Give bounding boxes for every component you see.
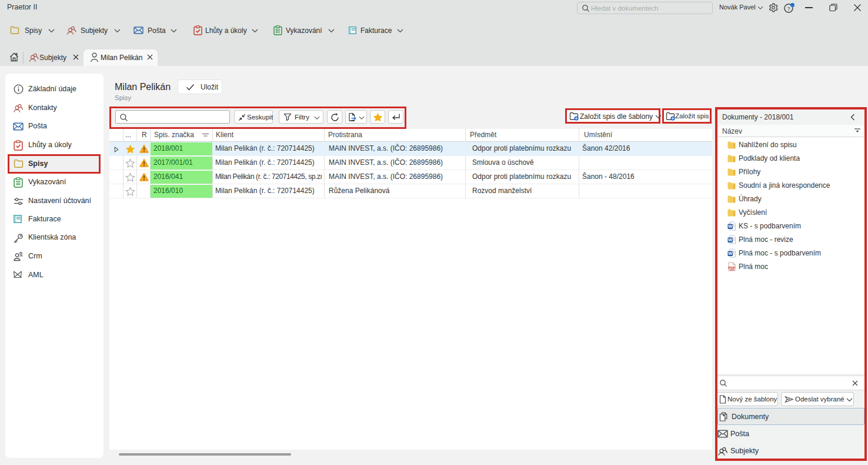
svg-text:?: ? [787, 6, 790, 12]
